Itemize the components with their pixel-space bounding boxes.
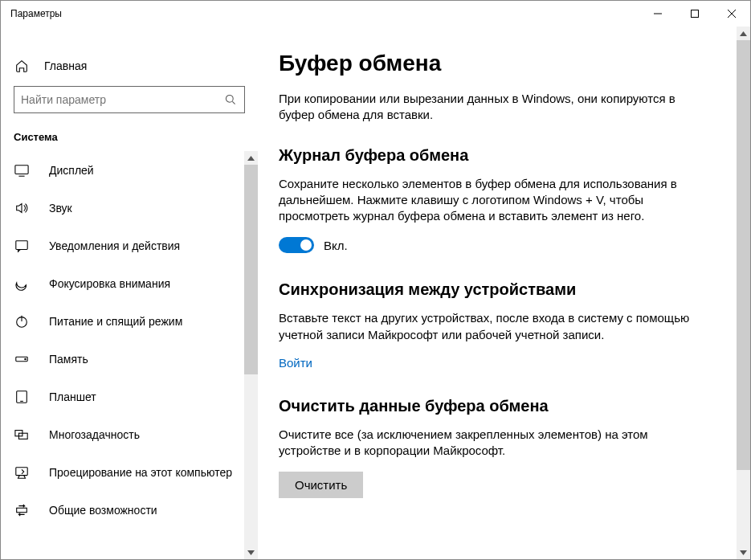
- content-scrollbar[interactable]: [737, 27, 750, 559]
- focus-icon: [14, 276, 30, 291]
- projecting-icon: [14, 465, 30, 480]
- content-scroll-thumb[interactable]: [737, 40, 750, 470]
- nav-item-label: Общие возможности: [49, 504, 157, 517]
- nav-item-multitasking[interactable]: Многозадачность: [1, 415, 258, 453]
- nav-item-label: Звук: [49, 202, 72, 215]
- section-label: Система: [1, 126, 258, 151]
- close-button[interactable]: [713, 1, 750, 27]
- tablet-icon: [14, 390, 30, 404]
- section-history-body: Сохраните несколько элементов в буфер об…: [279, 176, 696, 225]
- nav-item-tablet[interactable]: Планшет: [1, 378, 258, 415]
- search-box[interactable]: [14, 86, 245, 113]
- nav-menu: Дисплей Звук Уведомления и действия Фоку…: [1, 151, 258, 529]
- section-clear-heading: Очистить данные буфера обмена: [279, 397, 718, 415]
- section-sync-body: Вставьте текст на других устройствах, по…: [279, 310, 696, 343]
- nav-item-storage[interactable]: Память: [1, 340, 258, 378]
- titlebar: Параметры: [1, 1, 750, 27]
- page-intro-text: При копировании или вырезании данных в W…: [279, 91, 696, 124]
- content-scroll-up-button[interactable]: [737, 27, 750, 40]
- nav-item-focus[interactable]: Фокусировка внимания: [1, 264, 258, 302]
- section-clear-body: Очистите все (за исключением закрепленны…: [279, 427, 696, 460]
- svg-marker-21: [740, 31, 747, 36]
- nav-item-label: Фокусировка внимания: [49, 277, 170, 290]
- svg-rect-17: [16, 467, 27, 475]
- svg-point-12: [25, 358, 26, 359]
- maximize-button[interactable]: [676, 1, 713, 27]
- nav-item-label: Дисплей: [49, 164, 94, 177]
- nav-item-label: Питание и спящий режим: [49, 315, 182, 328]
- nav-item-label: Планшет: [49, 390, 96, 403]
- svg-rect-18: [17, 508, 27, 512]
- scroll-up-button[interactable]: [244, 151, 258, 165]
- history-toggle-label: Вкл.: [324, 239, 348, 252]
- display-icon: [14, 163, 30, 178]
- page-title: Буфер обмена: [279, 51, 718, 76]
- svg-marker-19: [247, 156, 255, 161]
- scroll-thumb[interactable]: [244, 165, 258, 374]
- svg-line-5: [232, 101, 235, 104]
- sound-icon: [14, 201, 30, 215]
- home-label: Главная: [44, 59, 87, 72]
- content-pane: Буфер обмена При копировании или вырезан…: [258, 27, 750, 559]
- svg-marker-22: [740, 550, 747, 555]
- section-sync-heading: Синхронизация между устройствами: [279, 280, 718, 299]
- notifications-icon: [14, 239, 30, 253]
- power-icon: [14, 314, 30, 329]
- nav-item-projecting[interactable]: Проецирование на этот компьютер: [1, 453, 258, 491]
- svg-point-4: [226, 95, 233, 102]
- nav-item-label: Память: [49, 353, 88, 366]
- nav-item-shared[interactable]: Общие возможности: [1, 491, 258, 529]
- nav-item-label: Уведомления и действия: [49, 239, 180, 252]
- storage-icon: [14, 352, 30, 366]
- section-history-heading: Журнал буфера обмена: [279, 146, 718, 165]
- home-icon: [14, 59, 30, 73]
- svg-rect-8: [16, 240, 27, 249]
- svg-marker-20: [247, 550, 255, 555]
- nav-item-label: Многозадачность: [49, 428, 140, 441]
- sidebar-scrollbar[interactable]: [244, 151, 258, 559]
- shared-icon: [14, 503, 30, 517]
- svg-rect-1: [692, 10, 699, 18]
- scroll-track[interactable]: [244, 165, 258, 546]
- content-scroll-track[interactable]: [737, 40, 750, 546]
- nav-item-notifications[interactable]: Уведомления и действия: [1, 227, 258, 264]
- multitasking-icon: [14, 427, 30, 442]
- content-scroll-down-button[interactable]: [737, 546, 750, 559]
- window-title: Параметры: [10, 8, 62, 19]
- search-input[interactable]: [21, 93, 223, 106]
- nav-item-sound[interactable]: Звук: [1, 189, 258, 227]
- history-toggle[interactable]: [279, 237, 314, 253]
- svg-rect-6: [15, 165, 28, 174]
- minimize-button[interactable]: [639, 1, 676, 27]
- search-icon: [223, 93, 238, 106]
- nav-item-display[interactable]: Дисплей: [1, 151, 258, 189]
- nav-item-power[interactable]: Питание и спящий режим: [1, 302, 258, 340]
- nav-item-label: Проецирование на этот компьютер: [49, 466, 232, 479]
- scroll-down-button[interactable]: [244, 546, 258, 559]
- signin-link[interactable]: Войти: [279, 356, 312, 370]
- home-link[interactable]: Главная: [1, 52, 258, 80]
- clear-button[interactable]: Очистить: [279, 472, 363, 498]
- sidebar: Главная Система Дисплей Звук: [1, 27, 258, 559]
